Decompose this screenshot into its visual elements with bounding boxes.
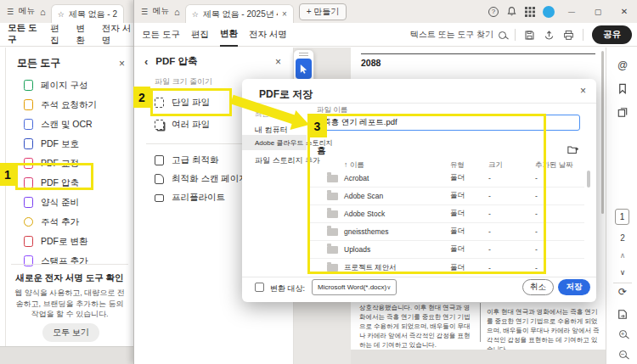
close-panel-icon[interactable]: × [275, 56, 281, 68]
table-row[interactable]: gneissthemes폴더-- [308, 223, 584, 241]
app-grid-icon[interactable] [525, 7, 535, 17]
dialog-nav-recent[interactable]: 최근 [255, 109, 269, 120]
close-panel-icon[interactable]: × [119, 58, 125, 70]
sidebar-item-page-organize[interactable]: 페이지 구성 [6, 76, 133, 95]
page-right-column-text: 이후 현대 연극과 영화에서는 즉흥 연기를 중요한 연기 기법으로 수용하게 … [487, 307, 601, 354]
sidebar-item-protect-pdf[interactable]: PDF 보호 [6, 134, 133, 154]
cell-name: Acrobat [344, 174, 369, 182]
header-label: 크기 [488, 160, 503, 169]
rail-divider [613, 283, 632, 283]
back-icon[interactable]: ‹ [144, 55, 148, 68]
page-header-number: 2088 [361, 58, 381, 68]
document-scrollbar[interactable] [601, 51, 604, 214]
table-row[interactable]: Acrobat폴더-- [308, 170, 584, 188]
rotate-icon[interactable]: ⟳ [606, 286, 637, 298]
at-glyph: @ [617, 59, 628, 71]
create-button[interactable]: + 만들기 [299, 3, 347, 20]
minimize-button[interactable]: — [562, 8, 581, 15]
filename-input[interactable] [317, 115, 580, 131]
sidebar-item-compress-pdf[interactable]: PDF 압축 [6, 173, 133, 193]
help-icon[interactable]: ? [488, 7, 499, 17]
cell-type: 폴더 [450, 244, 465, 255]
home-icon[interactable]: ⌂ [174, 7, 180, 17]
promo-body: 웹 양식을 사용하고, 대량으로 전송하고, 브랜딩을 추가하는 등의 작업을 … [14, 288, 126, 320]
sidebar-label: 양식 준비 [41, 197, 79, 209]
create-button-label: 만들기 [313, 7, 339, 16]
save-button[interactable]: 저장 [558, 279, 590, 295]
menu-button[interactable]: 메뉴 [153, 6, 169, 17]
menu-button[interactable]: 메뉴 [19, 6, 35, 17]
folder-icon [327, 246, 338, 254]
hamburger-menu-icon[interactable]: ☰ [141, 8, 148, 16]
page-thumbnails-icon[interactable] [606, 107, 637, 118]
star-icon[interactable]: ☆ [192, 10, 199, 19]
tab-close-icon[interactable]: × [282, 9, 287, 19]
search-label: 텍스트 또는 도구 찾기 [410, 29, 493, 41]
step1-number: 1 [4, 168, 11, 182]
menu-all-tools[interactable]: 모든 도구 [142, 24, 180, 46]
sidebar-item-add-comments[interactable]: 주석 추가 [6, 212, 133, 232]
bookmarks-icon[interactable] [606, 83, 637, 94]
cell-date: - [535, 210, 538, 218]
page-column-divider [480, 303, 481, 342]
sidebar-item-request-comments[interactable]: 주석 요청하기 [6, 95, 133, 115]
zoom-out-icon[interactable]: − [606, 350, 637, 358]
page-down-icon[interactable]: ∨ [606, 268, 637, 277]
sidebar-item-scan-ocr[interactable]: 스캔 및 OCR [6, 115, 133, 134]
select-tool-button[interactable] [296, 59, 312, 79]
cancel-button[interactable]: 취소 [522, 279, 554, 295]
home-icon[interactable]: ⌂ [40, 7, 46, 17]
menu-esign[interactable]: 전자 서명 [102, 18, 133, 52]
sidebar-item-add-stamp[interactable]: 스탬프 추가 [6, 251, 133, 271]
header-label: 유형 [450, 160, 465, 169]
avatar[interactable] [543, 6, 555, 18]
search-tools[interactable]: 텍스트 또는 도구 찾기 [410, 29, 506, 41]
share-button[interactable]: 공유 [592, 25, 632, 44]
table-scrollbar[interactable] [587, 171, 590, 188]
zoom-in-icon[interactable]: + [606, 330, 637, 338]
notifications-bell-icon[interactable] [506, 6, 517, 17]
cell-size: - [488, 192, 491, 200]
sidebar-item-prepare-form[interactable]: 양식 준비 [6, 193, 133, 212]
comment-at-icon[interactable]: @ [606, 59, 637, 71]
sidebar-item-convert-to-pdf[interactable]: PDF로 변환 [6, 232, 133, 251]
menu-edit[interactable]: 편집 [191, 24, 209, 46]
drag-handle[interactable] [299, 53, 308, 56]
dialog-nav-cloud[interactable]: Adobe 클라우드 스토리지 [242, 135, 307, 150]
table-row[interactable]: Adobe Stock폴더-- [308, 205, 584, 223]
protect-pdf-icon [24, 138, 33, 149]
table-row[interactable]: 프로젝트 제안서폴더-- [308, 259, 584, 277]
menu-convert[interactable]: 변환 [220, 23, 238, 47]
cell-type: 폴더 [450, 173, 465, 183]
menu-edit[interactable]: 편집 [50, 18, 65, 52]
sidebar-label: 주석 요청하기 [41, 99, 97, 111]
dialog-nav-add-storage[interactable]: 파일 스토리지 추가 [255, 155, 320, 166]
table-row[interactable]: Uploads폴더-- [308, 241, 584, 259]
page-organize-icon [24, 80, 33, 91]
close-window-button[interactable]: ✕ [615, 7, 634, 16]
item-label: 프리플라이트 [172, 192, 225, 204]
maximize-button[interactable]: ▢ [589, 8, 607, 16]
convert-checkbox[interactable] [255, 283, 264, 292]
sidebar-item-redact-pdf[interactable]: PDF 교정 [6, 154, 133, 173]
next-page-number[interactable]: 2 [606, 233, 637, 243]
save-icon[interactable] [524, 30, 535, 41]
current-page-box[interactable]: 1 [615, 209, 629, 225]
menu-convert[interactable]: 변환 [76, 18, 91, 52]
print-icon[interactable] [563, 30, 574, 41]
cell-date: - [535, 264, 538, 272]
dialog-close-icon[interactable]: × [580, 85, 586, 97]
advanced-optimize-icon [155, 155, 164, 165]
document-tab[interactable]: ☆ 제목 없음 - 2025년 4... × [185, 4, 294, 23]
breadcrumb-home[interactable]: 홈 [317, 145, 326, 157]
page-up-icon[interactable]: ∧ [606, 251, 637, 260]
folder-icon [327, 193, 338, 200]
hamburger-menu-icon[interactable]: ☰ [7, 8, 14, 16]
format-dropdown[interactable]: Microsoft Word(*.docx) ∨ [312, 279, 397, 295]
fit-page-icon[interactable] [606, 309, 637, 320]
new-folder-icon[interactable] [567, 145, 578, 154]
menu-esign[interactable]: 전자 서명 [249, 24, 287, 46]
see-all-button[interactable]: 모두 보기 [42, 323, 99, 342]
table-row[interactable]: Adobe Scan폴더-- [308, 188, 584, 205]
upload-share-icon[interactable] [544, 30, 555, 41]
